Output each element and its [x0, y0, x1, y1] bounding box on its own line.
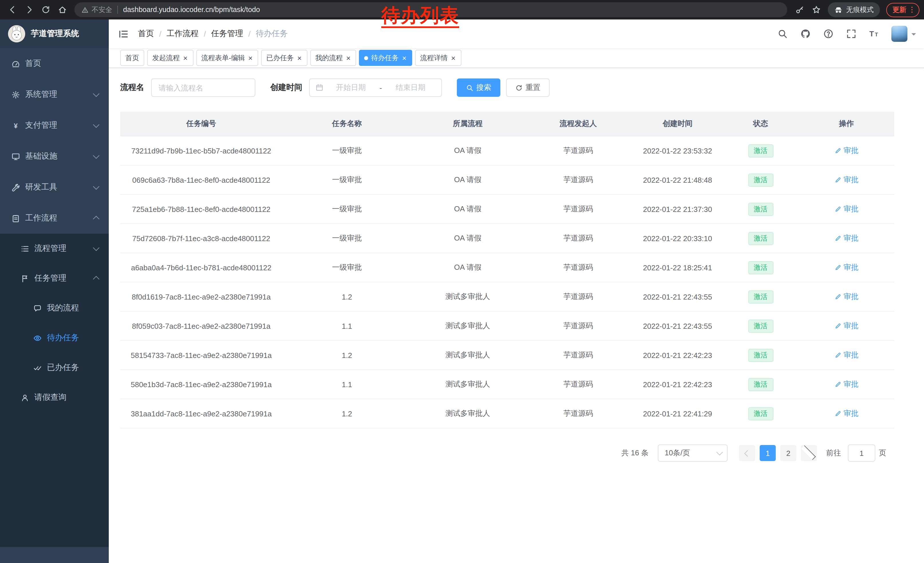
table-row: 580e1b3d-7ac8-11ec-a9e2-a2380e71991a1.1测…: [120, 370, 894, 399]
breadcrumb-task-mgmt[interactable]: 任务管理: [211, 29, 243, 39]
calendar-icon: [315, 84, 324, 92]
sidebar-item-label: 流程管理: [34, 243, 66, 254]
next-page-button[interactable]: [801, 445, 817, 461]
sidebar-item-label: 首页: [25, 59, 41, 69]
sidebar-item-system-mgmt[interactable]: 系统管理: [0, 79, 109, 110]
reload-icon[interactable]: [38, 2, 53, 18]
approve-label: 审批: [844, 321, 858, 331]
approve-link[interactable]: 审批: [834, 321, 858, 331]
star-icon[interactable]: [808, 2, 824, 18]
approve-link[interactable]: 审批: [834, 175, 858, 185]
sidebar-item-workflow[interactable]: 工作流程: [0, 203, 109, 234]
approve-link[interactable]: 审批: [834, 262, 858, 273]
approve-link[interactable]: 审批: [834, 291, 858, 302]
cell-text: 2022-01-22 21:48:48: [643, 176, 712, 184]
chevron-down-icon: [93, 90, 100, 97]
forward-icon[interactable]: [21, 2, 37, 18]
close-tag-icon[interactable]: ×: [346, 54, 351, 62]
sidebar-item-task-mgmt[interactable]: 任务管理: [0, 263, 109, 293]
approve-link[interactable]: 审批: [834, 350, 858, 360]
app-logo[interactable]: 芋道管理系统: [0, 20, 109, 48]
cell-action: 审批: [799, 194, 894, 224]
cell-process: OA 请假: [412, 253, 524, 282]
cell-id: 73211d9d-7b9b-11ec-b5b7-acde48001122: [120, 136, 282, 165]
status-badge: 激活: [748, 290, 773, 303]
prev-page-button[interactable]: [739, 445, 755, 461]
create-time-range-picker[interactable]: 开始日期 - 结束日期: [309, 78, 442, 97]
tag-label: 我的流程: [315, 53, 343, 63]
user-menu[interactable]: [891, 26, 916, 42]
sidebar-item-payment-mgmt[interactable]: ¥支付管理: [0, 110, 109, 141]
approve-link[interactable]: 审批: [834, 233, 858, 243]
cell-initiator: 芋道源码: [524, 282, 633, 311]
approve-link[interactable]: 审批: [834, 379, 858, 389]
cell-name: 一级审批: [282, 194, 412, 224]
breadcrumb-current: 待办任务: [256, 29, 288, 39]
goto-page-input[interactable]: [848, 444, 875, 462]
close-tag-icon[interactable]: ×: [402, 54, 407, 62]
approve-link[interactable]: 审批: [834, 408, 858, 419]
process-name-label: 流程名: [120, 83, 144, 93]
tags-view-item[interactable]: 首页: [120, 50, 144, 66]
cell-process: OA 请假: [412, 136, 524, 165]
github-icon[interactable]: [799, 27, 812, 40]
sidebar-item-process-mgmt[interactable]: 流程管理: [0, 234, 109, 263]
cell-id: 580e1b3d-7ac8-11ec-a9e2-a2380e71991a: [120, 370, 282, 399]
tags-view-item[interactable]: 已办任务×: [261, 50, 307, 66]
page-button-2[interactable]: 2: [780, 445, 796, 461]
close-tag-icon[interactable]: ×: [297, 54, 302, 62]
search-icon[interactable]: [776, 27, 789, 40]
help-icon[interactable]: [822, 27, 835, 40]
cell-status: 激活: [723, 282, 799, 311]
tags-view-item[interactable]: 我的流程×: [310, 50, 356, 66]
close-tag-icon[interactable]: ×: [183, 54, 188, 62]
page-size-select[interactable]: 10条/页: [658, 444, 728, 462]
cell-initiator: 芋道源码: [524, 136, 633, 165]
sidebar-item-my-process[interactable]: 我的流程: [0, 293, 109, 323]
page-button-1[interactable]: 1: [760, 445, 776, 461]
tags-view-item[interactable]: 发起流程×: [147, 50, 193, 66]
sidebar-item-done-task[interactable]: 已办任务: [0, 353, 109, 383]
close-tag-icon[interactable]: ×: [450, 54, 456, 62]
process-name-input[interactable]: [151, 78, 255, 97]
cell-created: 2022-01-21 22:43:55: [633, 311, 723, 341]
breadcrumb-home[interactable]: 首页: [138, 29, 154, 39]
sidebar-submenu-fill: [0, 412, 109, 547]
sidebar-item-todo-task[interactable]: 待办任务: [0, 323, 109, 353]
tag-label: 已办任务: [266, 53, 294, 63]
fullscreen-icon[interactable]: [845, 27, 858, 40]
breadcrumb-workflow[interactable]: 工作流程: [166, 29, 199, 39]
reset-button[interactable]: 重置: [506, 78, 550, 97]
sidebar-item-leave-query[interactable]: 请假查询: [0, 383, 109, 412]
search-button[interactable]: 搜索: [457, 78, 500, 97]
breadcrumb-separator: /: [159, 29, 162, 38]
edit-icon: [834, 293, 841, 300]
cell-text: 2022-01-21 22:42:23: [643, 351, 712, 359]
close-tag-icon[interactable]: ×: [248, 54, 253, 62]
approve-link[interactable]: 审批: [834, 146, 858, 156]
cell-status: 激活: [723, 224, 799, 253]
cell-name: 1.1: [282, 370, 412, 399]
approve-link[interactable]: 审批: [834, 204, 858, 214]
tags-view-item[interactable]: 流程表单-编辑×: [196, 50, 258, 66]
sidebar-item-home[interactable]: 首页: [0, 48, 109, 79]
collapse-sidebar-icon[interactable]: [118, 29, 129, 39]
key-icon[interactable]: [792, 2, 807, 18]
search-icon: [466, 84, 474, 92]
home-icon[interactable]: [54, 2, 70, 18]
browser-menu-icon[interactable]: [907, 5, 917, 15]
cell-process: OA 请假: [412, 224, 524, 253]
font-size-icon[interactable]: TT: [868, 27, 880, 40]
sidebar-item-label: 支付管理: [25, 120, 57, 131]
security-chip[interactable]: 不安全: [81, 5, 112, 15]
sidebar-item-dev-tools[interactable]: 研发工具: [0, 172, 109, 203]
tags-view-item[interactable]: 待办任务×: [359, 50, 412, 66]
flag-icon: [21, 274, 29, 283]
tags-view-item[interactable]: 流程详情×: [415, 50, 461, 66]
back-icon[interactable]: [4, 2, 20, 18]
filter-bar: 流程名 创建时间 开始日期 - 结束日期 搜索 重: [120, 78, 912, 97]
cell-text: 2022-01-22 23:53:32: [643, 146, 712, 155]
dashboard-icon: [12, 59, 20, 68]
update-button[interactable]: 更新: [886, 3, 920, 17]
sidebar-item-infrastructure[interactable]: 基础设施: [0, 141, 109, 172]
